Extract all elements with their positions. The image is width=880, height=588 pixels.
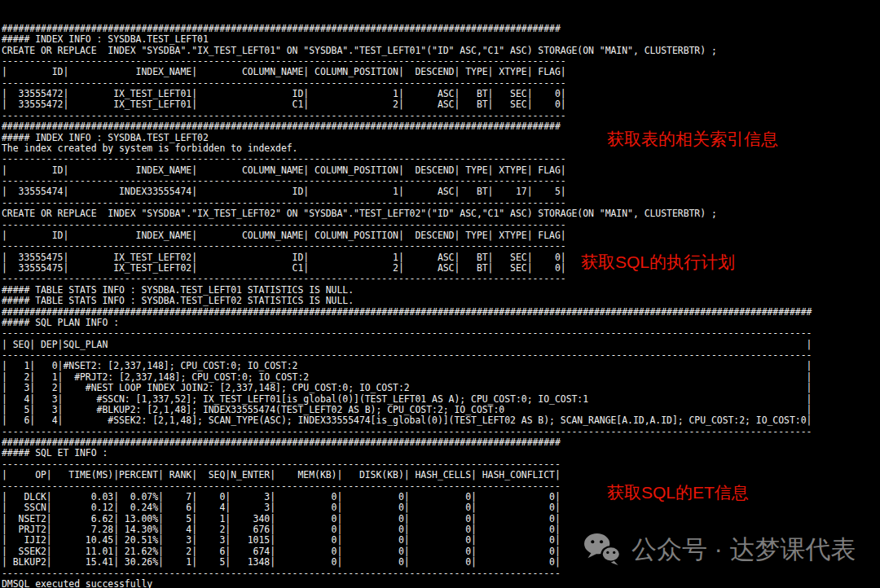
annotation-sql-et: 获取SQL的ET信息: [607, 481, 749, 504]
annotation-index-info: 获取表的相关索引信息: [607, 128, 778, 151]
annotation-sql-plan: 获取SQL的执行计划: [581, 251, 735, 274]
watermark-text: 公众号 · 达梦课代表: [631, 533, 856, 567]
watermark: 公众号 · 达梦课代表: [583, 532, 856, 567]
terminal-screen: { "colors": { "background": "#000000", "…: [0, 0, 880, 588]
wechat-icon: [583, 532, 622, 567]
